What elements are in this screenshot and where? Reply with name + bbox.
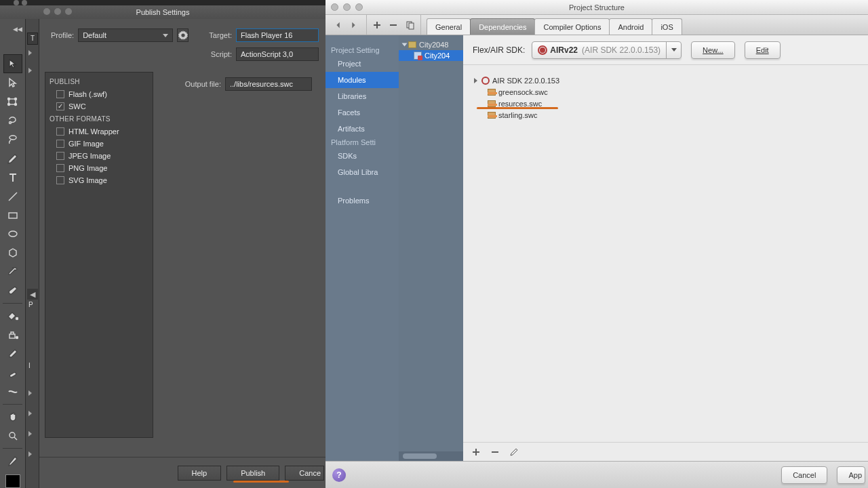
help-icon[interactable]: ? [332, 468, 346, 482]
apply-button[interactable]: App [837, 466, 865, 484]
panel-arrow-icon[interactable] [28, 450, 35, 457]
eraser-a-tool-icon[interactable] [3, 344, 22, 363]
copy-icon[interactable] [406, 20, 415, 30]
edit-dep-icon[interactable] [509, 447, 519, 457]
edit-sdk-button[interactable]: Edit [745, 41, 781, 59]
highlight-mark [477, 107, 558, 109]
cancel-button[interactable]: Cancel [781, 466, 827, 484]
width-tool-icon[interactable] [3, 382, 22, 401]
panel-arrow-icon[interactable] [28, 409, 35, 416]
tool-divider [3, 303, 23, 304]
sdk-row: Flex/AIR SDK: AIRv22 (AIR SDK 22.0.0.153… [463, 35, 868, 65]
sidebar-header-project: Project Setting [326, 45, 399, 56]
nav-seg [326, 15, 367, 35]
tab-general[interactable]: General [427, 18, 471, 35]
help-button[interactable]: Help [178, 466, 222, 481]
ink-bottle-tool-icon[interactable] [3, 325, 22, 344]
panel-arrow-icon[interactable] [28, 430, 35, 436]
format-html[interactable]: HTML Wrapper [56, 125, 149, 138]
panel-arrow-icon[interactable] [28, 389, 35, 396]
sidebar-item-libraries[interactable]: Libraries [326, 88, 399, 104]
top-form: Profile: Default Target: Flash Player 16 [39, 19, 326, 66]
svg-rect-15 [409, 23, 414, 29]
polystar-tool-icon[interactable] [3, 243, 22, 262]
tab-ios[interactable]: iOS [652, 18, 682, 35]
paint-bucket-tool-icon[interactable] [3, 306, 22, 325]
dropdown-icon[interactable] [666, 42, 681, 58]
disclosure-icon [474, 78, 477, 83]
subselection-tool-icon[interactable] [3, 73, 22, 92]
panel-flip-icon[interactable]: ◀ [27, 289, 38, 300]
tab-compiler[interactable]: Compiler Options [534, 18, 610, 35]
format-gif[interactable]: GIF Image [56, 138, 149, 150]
remove-icon[interactable] [389, 20, 398, 30]
tree-project-name: City2048 [419, 41, 448, 49]
rectangle-tool-icon[interactable] [3, 206, 22, 225]
pencil-tool-icon[interactable] [3, 149, 22, 168]
tree-scrollbar[interactable] [399, 451, 463, 461]
format-flash[interactable]: Flash (.swf) [56, 88, 149, 100]
panel-label-i: I [28, 362, 31, 369]
tree-module-row[interactable]: City204 [399, 50, 463, 61]
format-png[interactable]: PNG Image [56, 162, 149, 174]
svg-point-13 [9, 432, 15, 438]
sidebar-item-sdks[interactable]: SDKs [326, 148, 399, 164]
zoom-tool-icon[interactable] [3, 426, 22, 445]
publish-button[interactable]: Publish [226, 466, 279, 481]
sdk-combo[interactable]: AIRv22 (AIR SDK 22.0.0.153) [532, 41, 682, 59]
tab-stub[interactable]: T [27, 33, 38, 45]
traffic-lights[interactable] [331, 3, 363, 11]
format-jpeg[interactable]: JPEG Image [56, 150, 149, 162]
profile-label: Profile: [46, 31, 78, 39]
panel-arrow-icon[interactable] [28, 49, 35, 56]
sidebar-item-project[interactable]: Project [326, 56, 399, 72]
script-select[interactable]: ActionScript 3,0 [236, 47, 319, 61]
add-icon[interactable] [372, 20, 382, 30]
output-file-label: Output file: [172, 80, 225, 88]
collapse-icon[interactable]: ◀◀ [0, 26, 25, 34]
back-icon[interactable] [332, 19, 344, 31]
sidebar-item-modules[interactable]: Modules [326, 72, 399, 88]
sidebar-item-facets[interactable]: Facets [326, 104, 399, 121]
free-transform-tool-icon[interactable] [3, 92, 22, 111]
tab-android[interactable]: Android [609, 18, 652, 35]
tree-project-row[interactable]: City2048 [399, 39, 463, 50]
format-swc[interactable]: SWC [56, 100, 149, 113]
dep-sdk-row[interactable]: AIR SDK 22.0.0.153 [474, 75, 868, 86]
text-tool-icon[interactable] [3, 168, 22, 187]
fill-swatch[interactable] [5, 474, 20, 488]
window-controls[interactable] [43, 8, 72, 15]
format-svg[interactable]: SVG Image [56, 174, 149, 186]
air-sdk-icon [481, 77, 490, 85]
eyedropper-tool-icon[interactable] [3, 262, 22, 281]
line-tool-icon[interactable] [3, 187, 22, 206]
sidebar-item-global[interactable]: Global Libra [326, 164, 399, 180]
stroke-color-tool-icon[interactable] [3, 451, 22, 470]
eraser-b-tool-icon[interactable] [3, 363, 22, 382]
library-icon [488, 112, 496, 119]
dep-swc-row[interactable]: greensock.swc [474, 86, 868, 98]
brush-tool-icon[interactable] [3, 281, 22, 300]
panel-arrow-icon[interactable] [28, 66, 35, 73]
new-sdk-button[interactable]: New... [691, 41, 735, 59]
hand-tool-icon[interactable] [3, 407, 22, 426]
output-file-input[interactable]: ../libs/resurces.swc [225, 77, 312, 91]
sidebar-item-problems[interactable]: Problems [326, 192, 399, 209]
selection-tool-icon[interactable] [3, 54, 22, 73]
add-dep-icon[interactable] [471, 447, 481, 457]
profile-select[interactable]: Default [78, 28, 173, 42]
svg-point-2 [14, 98, 16, 100]
oval-tool-icon[interactable] [3, 225, 22, 244]
tab-dependencies[interactable]: Dependencies [470, 18, 535, 35]
profile-settings-icon[interactable] [177, 28, 189, 42]
remove-dep-icon[interactable] [490, 447, 500, 457]
lasso-tool-icon[interactable] [3, 111, 22, 130]
sidebar-item-artifacts[interactable]: Artifacts [326, 121, 399, 137]
pen-tool-icon[interactable] [3, 130, 22, 149]
dep-swc-row[interactable]: starling.swc [474, 109, 868, 121]
tool-divider-3 [3, 448, 23, 449]
target-select[interactable]: Flash Player 16 [236, 28, 319, 42]
forward-icon[interactable] [347, 19, 359, 31]
publish-settings-window: Publish Settings ◀◀ T ◀ [0, 0, 326, 488]
cancel-button[interactable]: Cance [285, 466, 324, 481]
